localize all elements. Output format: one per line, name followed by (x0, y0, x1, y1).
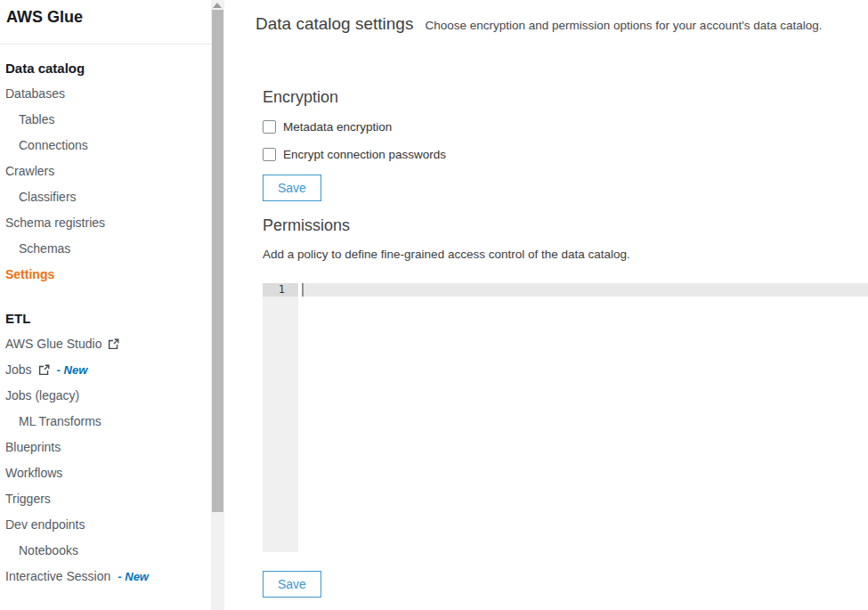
sidebar-item-label: Classifiers (19, 190, 77, 204)
encryption-checkbox-group: Metadata encryptionEncrypt connection pa… (263, 119, 446, 175)
sidebar-divider (0, 44, 211, 45)
encryption-heading: Encryption (263, 88, 338, 107)
sidebar-item-dev-endpoints[interactable]: Dev endpoints (0, 512, 211, 538)
sidebar-item-label: Connections (19, 138, 88, 152)
sidebar-item-label: Databases (5, 86, 65, 101)
editor-line-number: 1 (263, 283, 298, 297)
sidebar-item-jobs-legacy[interactable]: Jobs (legacy) (0, 383, 211, 409)
sidebar-item-label: Triggers (5, 492, 51, 506)
sidebar-scrollbar[interactable] (211, 0, 224, 610)
sidebar-item-notebooks[interactable]: Notebooks (0, 538, 211, 564)
scroll-up-arrow-icon[interactable] (213, 3, 222, 8)
sidebar-item-label: Jobs (5, 362, 32, 377)
sidebar-item-settings[interactable]: Settings (0, 262, 211, 288)
sidebar-item-label: Jobs (legacy) (5, 388, 79, 403)
sidebar-item-label: AWS Glue Studio (5, 337, 101, 351)
sidebar-item-label: Schemas (19, 241, 70, 256)
permissions-description: Add a policy to define fine-grained acce… (263, 248, 630, 261)
encrypt-connection-passwords-checkbox[interactable] (263, 148, 276, 161)
page-title: Data catalog settings (256, 14, 413, 34)
sidebar-item-label: Dev endpoints (5, 517, 85, 532)
sidebar-item-label: Tables (19, 112, 54, 126)
permissions-heading: Permissions (263, 216, 350, 235)
sidebar-item-blueprints[interactable]: Blueprints (0, 435, 211, 460)
sidebar-item-triggers[interactable]: Triggers (0, 486, 211, 512)
sidebar-item-label: Workflows (5, 466, 62, 480)
sidebar-item-jobs[interactable]: Jobs- New (0, 357, 211, 383)
sidebar-item-aws-glue-studio[interactable]: AWS Glue Studio (0, 331, 211, 357)
permissions-save-button[interactable]: Save (263, 571, 321, 598)
sidebar-nav: Data catalogDatabasesTablesConnectionsCr… (0, 55, 211, 590)
encryption-save-button[interactable]: Save (263, 175, 321, 201)
sidebar-item-workflows[interactable]: Workflows (0, 460, 211, 486)
sidebar-section-header-etl: ETL (0, 305, 211, 331)
page-header: Data catalog settings Choose encryption … (256, 14, 823, 34)
sidebar-item-ml-transforms[interactable]: ML Transforms (0, 409, 211, 435)
policy-editor[interactable]: 1 (263, 283, 868, 552)
sidebar-item-label: Settings (5, 267, 54, 281)
sidebar-item-schemas[interactable]: Schemas (0, 236, 211, 262)
external-link-icon (38, 359, 50, 385)
app-title: AWS Glue (6, 8, 83, 27)
external-link-icon (108, 333, 119, 359)
new-badge: - New (118, 570, 149, 583)
editor-cursor (302, 283, 304, 297)
sidebar-item-label: ML Transforms (19, 414, 101, 428)
sidebar-item-interactive-session[interactable]: Interactive Session- New (0, 564, 211, 590)
sidebar-section-header-data-catalog: Data catalog (0, 55, 211, 81)
sidebar: AWS Glue Data catalogDatabasesTablesConn… (0, 0, 211, 610)
new-badge: - New (57, 363, 88, 377)
metadata-encryption-checkbox[interactable] (263, 120, 276, 134)
app-window: AWS Glue Data catalogDatabasesTablesConn… (0, 0, 868, 610)
sidebar-item-label: Interactive Session (5, 569, 110, 583)
sidebar-item-label: Schema registries (5, 216, 105, 230)
checkbox-row-metadata-encryption[interactable]: Metadata encryption (263, 119, 446, 134)
sidebar-item-schema-registries[interactable]: Schema registries (0, 210, 211, 236)
sidebar-item-connections[interactable]: Connections (0, 133, 211, 159)
sidebar-scrollbar-thumb[interactable] (212, 10, 223, 512)
sidebar-item-label: Notebooks (19, 543, 78, 557)
sidebar-item-tables[interactable]: Tables (0, 107, 211, 133)
checkbox-label: Metadata encryption (283, 120, 392, 134)
main-content: Data catalog settings Choose encryption … (224, 0, 868, 610)
checkbox-row-encrypt-connection-passwords[interactable]: Encrypt connection passwords (263, 147, 446, 162)
sidebar-item-classifiers[interactable]: Classifiers (0, 184, 211, 210)
editor-active-line (303, 283, 868, 297)
sidebar-item-label: Crawlers (5, 164, 54, 178)
sidebar-item-databases[interactable]: Databases (0, 81, 211, 107)
checkbox-label: Encrypt connection passwords (283, 148, 446, 161)
sidebar-item-crawlers[interactable]: Crawlers (0, 159, 211, 184)
sidebar-item-label: Blueprints (5, 440, 61, 454)
editor-gutter: 1 (263, 283, 298, 552)
page-subtitle: Choose encryption and permission options… (425, 19, 822, 32)
